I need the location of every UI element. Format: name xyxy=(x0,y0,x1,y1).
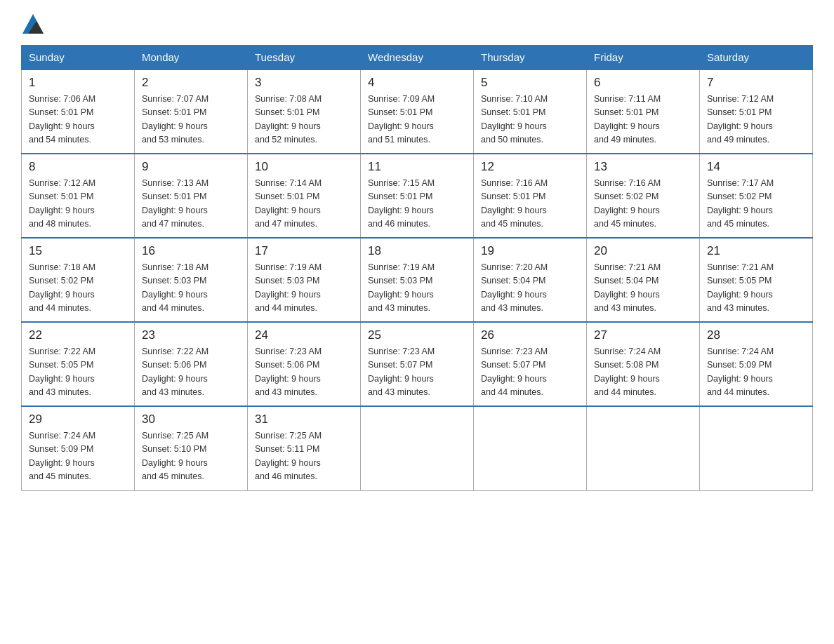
logo-icon xyxy=(22,14,44,34)
day-info: Sunrise: 7:09 AMSunset: 5:01 PMDaylight:… xyxy=(368,93,466,147)
day-info: Sunrise: 7:15 AMSunset: 5:01 PMDaylight:… xyxy=(368,177,466,232)
week-row-1: 1 Sunrise: 7:06 AMSunset: 5:01 PMDayligh… xyxy=(22,69,813,154)
day-number: 8 xyxy=(29,160,127,174)
header-cell-thursday: Thursday xyxy=(474,46,587,70)
day-cell: 2 Sunrise: 7:07 AMSunset: 5:01 PMDayligh… xyxy=(135,69,248,154)
day-number: 25 xyxy=(368,328,466,342)
day-number: 2 xyxy=(142,76,240,90)
day-info: Sunrise: 7:14 AMSunset: 5:01 PMDaylight:… xyxy=(255,177,353,232)
day-number: 9 xyxy=(142,160,240,174)
day-cell: 26 Sunrise: 7:23 AMSunset: 5:07 PMDaylig… xyxy=(474,322,587,406)
day-number: 12 xyxy=(481,160,579,174)
day-number: 18 xyxy=(368,244,466,258)
day-info: Sunrise: 7:08 AMSunset: 5:01 PMDaylight:… xyxy=(255,93,353,147)
day-number: 13 xyxy=(594,160,692,174)
day-cell xyxy=(474,406,587,490)
day-number: 29 xyxy=(29,412,127,427)
day-info: Sunrise: 7:19 AMSunset: 5:03 PMDaylight:… xyxy=(255,261,353,316)
day-cell: 19 Sunrise: 7:20 AMSunset: 5:04 PMDaylig… xyxy=(474,238,587,322)
day-number: 3 xyxy=(255,76,353,90)
day-cell: 6 Sunrise: 7:11 AMSunset: 5:01 PMDayligh… xyxy=(587,69,700,154)
day-info: Sunrise: 7:25 AMSunset: 5:10 PMDaylight:… xyxy=(142,429,240,484)
calendar-table: SundayMondayTuesdayWednesdayThursdayFrid… xyxy=(21,45,813,491)
day-number: 23 xyxy=(142,328,240,342)
day-cell xyxy=(361,406,474,490)
logo xyxy=(21,14,44,34)
day-cell: 7 Sunrise: 7:12 AMSunset: 5:01 PMDayligh… xyxy=(700,69,813,154)
header-cell-sunday: Sunday xyxy=(22,46,135,70)
week-row-5: 29 Sunrise: 7:24 AMSunset: 5:09 PMDaylig… xyxy=(22,406,813,490)
day-info: Sunrise: 7:24 AMSunset: 5:08 PMDaylight:… xyxy=(594,345,692,400)
day-info: Sunrise: 7:11 AMSunset: 5:01 PMDaylight:… xyxy=(594,93,692,147)
day-cell: 13 Sunrise: 7:16 AMSunset: 5:02 PMDaylig… xyxy=(587,154,700,238)
day-cell: 1 Sunrise: 7:06 AMSunset: 5:01 PMDayligh… xyxy=(22,69,135,154)
day-number: 4 xyxy=(368,76,466,90)
day-number: 26 xyxy=(481,328,579,342)
day-cell: 24 Sunrise: 7:23 AMSunset: 5:06 PMDaylig… xyxy=(248,322,361,406)
day-number: 14 xyxy=(707,160,805,174)
day-cell: 22 Sunrise: 7:22 AMSunset: 5:05 PMDaylig… xyxy=(22,322,135,406)
day-info: Sunrise: 7:16 AMSunset: 5:01 PMDaylight:… xyxy=(481,177,579,232)
day-info: Sunrise: 7:18 AMSunset: 5:02 PMDaylight:… xyxy=(29,261,127,316)
day-cell: 23 Sunrise: 7:22 AMSunset: 5:06 PMDaylig… xyxy=(135,322,248,406)
day-number: 10 xyxy=(255,160,353,174)
day-cell: 8 Sunrise: 7:12 AMSunset: 5:01 PMDayligh… xyxy=(22,154,135,238)
day-info: Sunrise: 7:10 AMSunset: 5:01 PMDaylight:… xyxy=(481,93,579,147)
day-cell: 31 Sunrise: 7:25 AMSunset: 5:11 PMDaylig… xyxy=(248,406,361,490)
day-cell: 9 Sunrise: 7:13 AMSunset: 5:01 PMDayligh… xyxy=(135,154,248,238)
week-row-3: 15 Sunrise: 7:18 AMSunset: 5:02 PMDaylig… xyxy=(22,238,813,322)
day-info: Sunrise: 7:24 AMSunset: 5:09 PMDaylight:… xyxy=(707,345,805,400)
day-number: 19 xyxy=(481,244,579,258)
day-info: Sunrise: 7:07 AMSunset: 5:01 PMDaylight:… xyxy=(142,93,240,147)
day-cell xyxy=(700,406,813,490)
day-number: 28 xyxy=(707,328,805,342)
week-row-4: 22 Sunrise: 7:22 AMSunset: 5:05 PMDaylig… xyxy=(22,322,813,406)
day-number: 21 xyxy=(707,244,805,258)
day-cell: 16 Sunrise: 7:18 AMSunset: 5:03 PMDaylig… xyxy=(135,238,248,322)
day-info: Sunrise: 7:19 AMSunset: 5:03 PMDaylight:… xyxy=(368,261,466,316)
day-info: Sunrise: 7:23 AMSunset: 5:07 PMDaylight:… xyxy=(481,345,579,400)
day-cell: 3 Sunrise: 7:08 AMSunset: 5:01 PMDayligh… xyxy=(248,69,361,154)
day-number: 11 xyxy=(368,160,466,174)
day-info: Sunrise: 7:24 AMSunset: 5:09 PMDaylight:… xyxy=(29,429,127,484)
day-number: 5 xyxy=(481,76,579,90)
day-info: Sunrise: 7:22 AMSunset: 5:05 PMDaylight:… xyxy=(29,345,127,400)
header-cell-wednesday: Wednesday xyxy=(361,46,474,70)
day-info: Sunrise: 7:12 AMSunset: 5:01 PMDaylight:… xyxy=(29,177,127,232)
day-cell: 15 Sunrise: 7:18 AMSunset: 5:02 PMDaylig… xyxy=(22,238,135,322)
day-info: Sunrise: 7:18 AMSunset: 5:03 PMDaylight:… xyxy=(142,261,240,316)
header-cell-tuesday: Tuesday xyxy=(248,46,361,70)
day-number: 16 xyxy=(142,244,240,258)
header xyxy=(21,14,813,34)
day-info: Sunrise: 7:12 AMSunset: 5:01 PMDaylight:… xyxy=(707,93,805,147)
week-row-2: 8 Sunrise: 7:12 AMSunset: 5:01 PMDayligh… xyxy=(22,154,813,238)
day-number: 15 xyxy=(29,244,127,258)
day-cell: 25 Sunrise: 7:23 AMSunset: 5:07 PMDaylig… xyxy=(361,322,474,406)
day-cell: 30 Sunrise: 7:25 AMSunset: 5:10 PMDaylig… xyxy=(135,406,248,490)
header-row: SundayMondayTuesdayWednesdayThursdayFrid… xyxy=(22,46,813,70)
day-number: 24 xyxy=(255,328,353,342)
day-cell: 12 Sunrise: 7:16 AMSunset: 5:01 PMDaylig… xyxy=(474,154,587,238)
day-number: 27 xyxy=(594,328,692,342)
day-number: 17 xyxy=(255,244,353,258)
day-info: Sunrise: 7:22 AMSunset: 5:06 PMDaylight:… xyxy=(142,345,240,400)
day-number: 1 xyxy=(29,76,127,90)
day-info: Sunrise: 7:17 AMSunset: 5:02 PMDaylight:… xyxy=(707,177,805,232)
day-cell: 29 Sunrise: 7:24 AMSunset: 5:09 PMDaylig… xyxy=(22,406,135,490)
day-cell: 10 Sunrise: 7:14 AMSunset: 5:01 PMDaylig… xyxy=(248,154,361,238)
day-cell: 5 Sunrise: 7:10 AMSunset: 5:01 PMDayligh… xyxy=(474,69,587,154)
day-number: 6 xyxy=(594,76,692,90)
header-cell-saturday: Saturday xyxy=(700,46,813,70)
day-number: 30 xyxy=(142,412,240,427)
day-cell: 21 Sunrise: 7:21 AMSunset: 5:05 PMDaylig… xyxy=(700,238,813,322)
day-info: Sunrise: 7:23 AMSunset: 5:06 PMDaylight:… xyxy=(255,345,353,400)
day-info: Sunrise: 7:13 AMSunset: 5:01 PMDaylight:… xyxy=(142,177,240,232)
day-info: Sunrise: 7:21 AMSunset: 5:05 PMDaylight:… xyxy=(707,261,805,316)
day-cell: 4 Sunrise: 7:09 AMSunset: 5:01 PMDayligh… xyxy=(361,69,474,154)
day-number: 31 xyxy=(255,412,353,427)
day-cell: 14 Sunrise: 7:17 AMSunset: 5:02 PMDaylig… xyxy=(700,154,813,238)
day-info: Sunrise: 7:06 AMSunset: 5:01 PMDaylight:… xyxy=(29,93,127,147)
day-info: Sunrise: 7:23 AMSunset: 5:07 PMDaylight:… xyxy=(368,345,466,400)
header-cell-monday: Monday xyxy=(135,46,248,70)
day-info: Sunrise: 7:20 AMSunset: 5:04 PMDaylight:… xyxy=(481,261,579,316)
